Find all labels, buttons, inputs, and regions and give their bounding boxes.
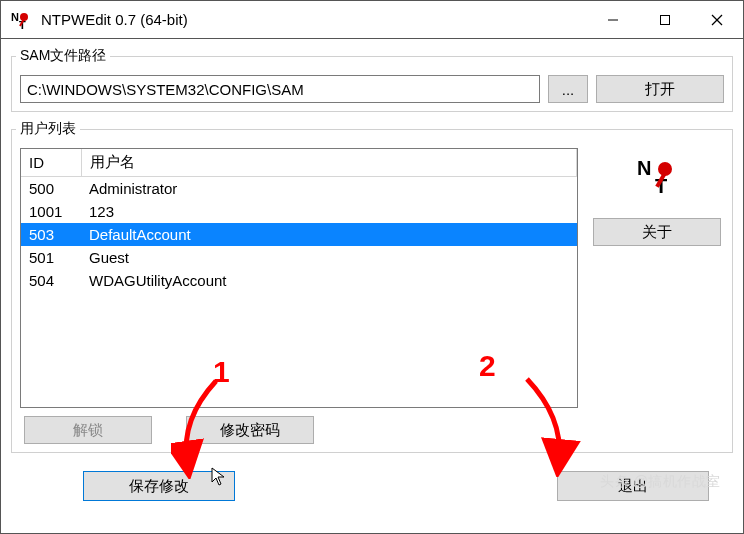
- cell-username: Guest: [81, 246, 577, 269]
- window-title: NTPWEdit 0.7 (64-bit): [39, 11, 587, 28]
- change-password-button[interactable]: 修改密码: [186, 416, 314, 444]
- cell-username: 123: [81, 200, 577, 223]
- cell-id: 504: [21, 269, 81, 292]
- column-id[interactable]: ID: [21, 149, 81, 177]
- watermark-text: 头条 @搞机作战室: [600, 473, 721, 491]
- cell-username: Administrator: [81, 177, 577, 201]
- table-row[interactable]: 503DefaultAccount: [21, 223, 577, 246]
- svg-text:N: N: [11, 11, 19, 23]
- table-row[interactable]: 504WDAGUtilityAccount: [21, 269, 577, 292]
- cell-id: 503: [21, 223, 81, 246]
- user-list-legend: 用户列表: [16, 120, 80, 138]
- column-username[interactable]: 用户名: [81, 149, 577, 177]
- mouse-cursor-icon: [211, 467, 227, 492]
- cell-id: 1001: [21, 200, 81, 223]
- cell-id: 501: [21, 246, 81, 269]
- table-row[interactable]: 500Administrator: [21, 177, 577, 201]
- table-row[interactable]: 501Guest: [21, 246, 577, 269]
- sam-path-group: SAM文件路径 ... 打开: [11, 47, 733, 112]
- cell-id: 500: [21, 177, 81, 201]
- titlebar: N T NTPWEdit 0.7 (64-bit): [1, 1, 743, 39]
- close-button[interactable]: [691, 1, 743, 38]
- user-listbox[interactable]: ID 用户名 500Administrator1001123503Default…: [20, 148, 578, 408]
- unlock-button[interactable]: 解锁: [24, 416, 152, 444]
- open-button[interactable]: 打开: [596, 75, 724, 103]
- minimize-button[interactable]: [587, 1, 639, 38]
- sam-path-legend: SAM文件路径: [16, 47, 110, 65]
- app-logo: N T: [607, 152, 707, 200]
- app-icon: N T: [9, 8, 33, 32]
- user-list-group: 用户列表 ID 用户名 500Administrator1001123503De…: [11, 120, 733, 453]
- maximize-button[interactable]: [639, 1, 691, 38]
- table-row[interactable]: 1001123: [21, 200, 577, 223]
- svg-text:N: N: [637, 157, 651, 179]
- cell-username: WDAGUtilityAccount: [81, 269, 577, 292]
- about-button[interactable]: 关于: [593, 218, 721, 246]
- window-controls: [587, 1, 743, 38]
- sam-path-input[interactable]: [20, 75, 540, 103]
- browse-button[interactable]: ...: [548, 75, 588, 103]
- cell-username: DefaultAccount: [81, 223, 577, 246]
- svg-rect-5: [661, 15, 670, 24]
